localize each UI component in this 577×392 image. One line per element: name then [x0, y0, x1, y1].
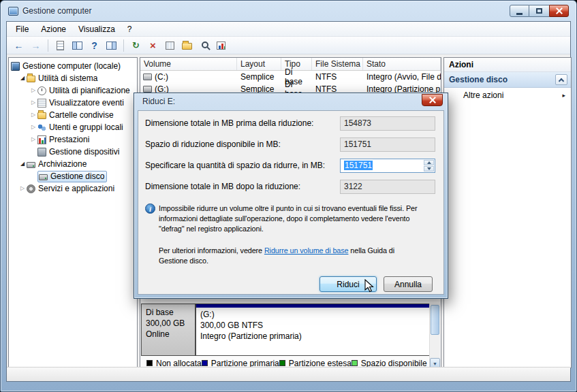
spinner-down-button[interactable]: [424, 166, 434, 172]
volume-box-g[interactable]: (G:) 300,00 GB NTFS Integro (Partizione …: [196, 304, 431, 356]
twisty-collapsed-icon[interactable]: ▷: [18, 182, 27, 195]
dialog-body: Dimensione totale in MB prima della ridu…: [138, 110, 444, 295]
tree-item-utenti-e-gruppi-locali[interactable]: ▷ Utenti e gruppi locali: [9, 121, 137, 133]
computer-management-app-icon: [8, 7, 18, 16]
storage-icon: [27, 162, 35, 168]
tree-item-gestione-computer[interactable]: Gestione computer (locale): [9, 60, 137, 72]
console-tree: Gestione computer (locale) ◢ Utilità di …: [8, 57, 138, 368]
chart-icon: [217, 42, 225, 50]
column-header-file-sistema[interactable]: File Sistema: [312, 58, 363, 70]
minimize-button[interactable]: [510, 5, 529, 17]
find-icon: [202, 42, 208, 48]
maximize-button[interactable]: [529, 5, 549, 17]
tree-item-label: Utilità di sistema: [38, 72, 97, 84]
tree-item-utilita-di-sistema[interactable]: ◢ Utilità di sistema: [9, 72, 137, 84]
close-button[interactable]: [549, 5, 569, 17]
tree-item-label: Prestazioni: [49, 133, 89, 146]
maximize-icon: [536, 8, 542, 14]
twisty-collapsed-icon[interactable]: ▷: [29, 97, 37, 109]
twisty-expanded-icon[interactable]: ◢: [18, 72, 27, 84]
help-link[interactable]: Ridurre un volume di base: [264, 246, 349, 255]
selected-tree-item: Gestione disco: [37, 171, 107, 182]
chart-view-button[interactable]: [213, 38, 229, 53]
shared-folders-icon: [37, 112, 46, 119]
legend-swatch: [146, 360, 153, 366]
find-button[interactable]: [196, 38, 212, 53]
forward-button[interactable]: →: [28, 38, 44, 53]
legend-swatch: [279, 360, 285, 366]
actions-pane: Azioni Gestione disco Altre azioni ▸: [443, 57, 572, 368]
column-header-layout[interactable]: Layout: [237, 58, 281, 70]
dialog-close-button[interactable]: [422, 94, 443, 106]
tree-item-label: Gestione computer (locale): [22, 60, 121, 72]
tree-item-utilita-di-pianificazione[interactable]: ▷ Utilità di pianificazione: [9, 84, 137, 97]
partition-color-strip: [196, 304, 431, 308]
paste-button[interactable]: [162, 38, 178, 53]
tree-item-label: Archiviazione: [38, 158, 87, 170]
menu-azione[interactable]: Azione: [35, 22, 72, 36]
help-button[interactable]: ?: [87, 38, 102, 53]
spinner-up-button[interactable]: [424, 160, 434, 165]
menu-file[interactable]: File: [10, 22, 35, 36]
export-list-button[interactable]: [52, 38, 68, 53]
tree-item-gestione-disco[interactable]: Gestione disco: [9, 170, 137, 182]
show-console-tree-button[interactable]: [69, 38, 85, 53]
scrollbar-thumb[interactable]: [431, 305, 439, 335]
local-users-icon: [37, 123, 46, 132]
export-list-icon: [57, 41, 64, 50]
refresh-button[interactable]: ↻: [128, 38, 144, 53]
twisty-collapsed-icon[interactable]: ▷: [29, 109, 37, 121]
twisty-collapsed-icon[interactable]: ▷: [29, 121, 37, 133]
menu-bar: File Azione Visualizza ?: [7, 22, 570, 37]
legend-swatch: [352, 360, 358, 366]
volume-box-status: Integro (Partizione primaria): [200, 331, 426, 342]
twisty-collapsed-icon[interactable]: ▷: [29, 84, 37, 97]
menu-help[interactable]: ?: [121, 22, 138, 36]
shrink-amount-value: 151751: [344, 161, 373, 170]
open-folder-icon: [182, 43, 192, 50]
vertical-scrollbar[interactable]: ▼: [429, 304, 440, 369]
tree-item-label: Utilità di pianificazione: [49, 84, 130, 97]
field-label-shrink-amount: Specificare la quantità di spazio da rid…: [145, 161, 325, 170]
altre-azioni-item[interactable]: Altre azioni ▸: [444, 88, 571, 103]
gestione-disco-section-header[interactable]: Gestione disco: [444, 72, 571, 88]
show-console-tree-icon: [72, 42, 82, 50]
tree-item-gestione-dispositivi[interactable]: Gestione dispositivi: [9, 146, 137, 158]
collapse-section-button[interactable]: [555, 74, 567, 85]
cell-layout: Semplice: [237, 72, 281, 82]
help-text-before: Per ulteriori informazioni, vedere: [159, 246, 264, 255]
minimize-icon: [516, 13, 523, 15]
total-after-field: 3122: [340, 180, 435, 194]
show-action-pane-button[interactable]: [104, 38, 119, 53]
window-titlebar[interactable]: Gestione computer: [1, 1, 576, 21]
shrink-amount-input[interactable]: 151751: [340, 159, 435, 173]
menu-visualizza[interactable]: Visualizza: [72, 22, 121, 36]
tree-item-prestazioni[interactable]: ▷ Prestazioni: [9, 133, 137, 146]
section-title: Gestione disco: [449, 75, 508, 84]
tree-item-servizi-e-applicazioni[interactable]: ▷ Servizi e applicazioni: [9, 182, 137, 195]
back-button[interactable]: ←: [11, 38, 27, 53]
tree-item-archiviazione[interactable]: ◢ Archiviazione: [9, 158, 137, 170]
tree-item-label: Cartelle condivise: [49, 109, 114, 121]
disk-management-icon: [39, 174, 48, 180]
open-folder-button[interactable]: [179, 38, 195, 53]
delete-button[interactable]: ×: [145, 38, 161, 53]
total-before-field: 154873: [340, 116, 435, 131]
twisty-expanded-icon[interactable]: ◢: [18, 158, 27, 170]
cell-file-sistema: NTFS: [312, 72, 363, 82]
twisty-collapsed-icon[interactable]: ▷: [29, 133, 37, 146]
toolbar-separator: [123, 39, 124, 52]
spinner-up-icon: [427, 161, 431, 164]
disk-label-box[interactable]: Di base 300,00 GB Online: [141, 304, 196, 356]
tree-item-visualizzatore-eventi[interactable]: ▷ Visualizzatore eventi: [9, 97, 137, 109]
spinner-down-icon: [427, 167, 431, 170]
gestione-computer-window: Gestione computer File Azione Visualizza…: [0, 0, 577, 392]
performance-icon: [37, 135, 46, 144]
annulla-button[interactable]: Annulla: [384, 276, 433, 292]
tree-item-cartelle-condivise[interactable]: ▷ Cartelle condivise: [9, 109, 137, 121]
help-text-after: nella Guida di: [348, 246, 394, 255]
disk-status: Online: [146, 329, 191, 340]
volume-icon: [143, 74, 152, 80]
column-header-volume[interactable]: Volume: [140, 58, 237, 70]
column-header-stato[interactable]: Stato: [363, 58, 441, 70]
